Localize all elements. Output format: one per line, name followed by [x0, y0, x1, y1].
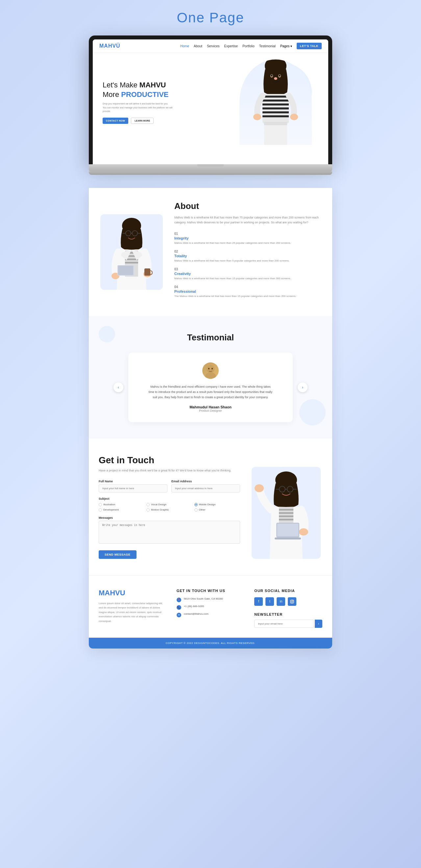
svg-point-57 [255, 484, 264, 492]
hero-person-image [240, 59, 312, 145]
laptop-screen: MAHVÜ Home About Services Expertise Port… [93, 39, 328, 164]
full-name-input[interactable] [99, 484, 167, 493]
nav-link-pages[interactable]: Pages ▾ [280, 44, 292, 48]
hero-title-line1: Let's Make [103, 81, 139, 89]
svg-point-58 [299, 528, 308, 535]
footer-phone: 📞 +1 (89) 689-9295 [177, 605, 245, 610]
messages-textarea[interactable] [99, 521, 240, 544]
svg-rect-53 [279, 509, 293, 510]
footer-col-social: OUR SOCIAL MEDIA f t in NEWSLETTER › [254, 589, 322, 628]
svg-rect-60 [277, 524, 298, 536]
facebook-icon[interactable]: f [254, 597, 263, 606]
learn-more-button[interactable]: LEARN MORE [131, 118, 153, 124]
nav-link-portfolio[interactable]: Portfolio [243, 44, 255, 48]
svg-rect-54 [279, 512, 293, 514]
nav-link-home[interactable]: Home [180, 44, 189, 48]
about-item-1-num: 01 [174, 232, 322, 236]
nav-logo: MAHVÜ [99, 43, 120, 49]
nav-link-about[interactable]: About [194, 44, 202, 48]
about-item-4-desc: The Mahvu Web is a wireframe kit that ha… [174, 294, 322, 298]
newsletter-submit-button[interactable]: › [315, 620, 322, 628]
subject-development-radio[interactable] [99, 508, 102, 512]
hero-brand: MAHVU [139, 81, 166, 89]
nav-link-services[interactable]: Services [207, 44, 219, 48]
hero-buttons: CONTACT NOW LEARN MORE [103, 118, 230, 124]
main-content: About Mahvu Web is a wireframe kit that … [89, 188, 332, 649]
subject-motion-graphic[interactable]: Motion Graphic [146, 508, 192, 512]
footer-col-contact: GET IN TOUCH WITH US 📍 5819 Ohio South G… [177, 589, 245, 628]
contact-person-image [252, 467, 321, 559]
testimonial-prev-button[interactable]: ‹ [113, 382, 123, 392]
about-item-1-title: Integrity [174, 236, 322, 240]
newsletter-input[interactable] [254, 620, 313, 628]
newsletter-row: › [254, 620, 322, 628]
svg-rect-62 [290, 600, 294, 603]
about-title: About [174, 201, 322, 211]
about-item-3: 03 Creativity Mahvu Web is a wireframe k… [174, 268, 322, 281]
about-item-1-desc: Mahvu Web is a wireframe kit that has mo… [174, 241, 322, 245]
svg-rect-32 [125, 262, 138, 264]
hero-image-area [230, 59, 322, 145]
about-item-4-num: 04 [174, 285, 322, 289]
svg-point-50 [281, 488, 283, 490]
svg-point-27 [134, 231, 136, 234]
footer-description: Lorem ipsum dolor sit amet, consectetur … [99, 601, 167, 624]
send-message-button[interactable]: SEND MESSAGE [99, 550, 137, 559]
svg-rect-3 [262, 96, 289, 98]
testimonial-title: Testimonial [99, 333, 322, 343]
subject-illustration-radio[interactable] [99, 503, 102, 506]
laptop-foot [89, 172, 332, 175]
contact-now-button[interactable]: CONTACT NOW [103, 118, 128, 124]
subject-development[interactable]: Development [99, 508, 144, 512]
svg-rect-8 [262, 115, 289, 117]
footer-phone-icon: 📞 [177, 605, 181, 610]
subject-section: Subject Illustration Vocal Design Mobile… [99, 497, 240, 512]
svg-rect-11 [264, 122, 287, 145]
subject-mobile-design[interactable]: Mobile Design [194, 503, 240, 506]
svg-rect-6 [262, 107, 289, 110]
contact-name-email-row: Full Name Email Address [99, 480, 240, 493]
contact-section: Get in Touch Have a project in mind that… [89, 439, 332, 575]
testimonial-text: Mahvu is the friendliest and most effici… [148, 384, 273, 400]
full-name-group: Full Name [99, 480, 167, 493]
laptop-screen-outer: MAHVÜ Home About Services Expertise Port… [89, 35, 332, 164]
footer-address-icon: 📍 [177, 598, 181, 602]
subject-mobile-design-radio[interactable] [194, 503, 198, 506]
social-icons: f t in [254, 597, 322, 606]
nav-link-expertise[interactable]: Expertise [224, 44, 238, 48]
about-item-3-title: Creativity [174, 272, 322, 276]
laptop-mockup: MAHVÜ Home About Services Expertise Port… [89, 35, 332, 188]
footer-contact-title: GET IN TOUCH WITH US [177, 589, 245, 593]
about-description: Mahvu Web is a wireframe kit that has mo… [174, 215, 322, 225]
full-name-label: Full Name [99, 480, 167, 483]
testimonial-avatar [202, 362, 219, 379]
deco-circle-1 [299, 399, 326, 426]
nav-link-testimonial[interactable]: Testimonial [259, 44, 276, 48]
svg-rect-4 [262, 99, 289, 101]
email-input[interactable] [171, 484, 240, 493]
subject-vocal-design[interactable]: Vocal Design [146, 503, 192, 506]
subject-other-label: Other [199, 508, 205, 511]
nav-cta-button[interactable]: LET'S TALK [297, 43, 322, 49]
subject-illustration[interactable]: Illustration [99, 503, 144, 506]
subject-motion-graphic-radio[interactable] [146, 508, 150, 512]
page-title: One Page [177, 10, 244, 26]
testimonial-next-button[interactable]: › [298, 382, 308, 392]
subject-other[interactable]: Other [194, 508, 240, 512]
subject-label: Subject [99, 497, 240, 500]
subject-other-radio[interactable] [194, 508, 198, 512]
subject-vocal-design-radio[interactable] [146, 503, 150, 506]
linkedin-icon[interactable]: in [277, 597, 285, 606]
about-item-4: 04 Professional The Mahvu Web is a wiref… [174, 285, 322, 298]
footer-email-text: contact@Mahvu.com [184, 612, 208, 615]
twitter-icon[interactable]: t [265, 597, 274, 606]
about-item-2-desc: Mahvu Web is a wireframe kit that has mo… [174, 259, 322, 263]
instagram-icon[interactable] [288, 597, 296, 606]
testimonial-section: Testimonial Mahvu is the friendliest and… [89, 316, 332, 439]
svg-point-63 [291, 600, 293, 602]
hero-section: Let's Make MAHVU More PRODUCTIVE Drop yo… [93, 53, 328, 145]
footer-email: ✉ contact@Mahvu.com [177, 612, 245, 617]
messages-section: Messages [99, 516, 240, 545]
svg-point-51 [289, 488, 291, 490]
laptop-base [89, 164, 332, 172]
